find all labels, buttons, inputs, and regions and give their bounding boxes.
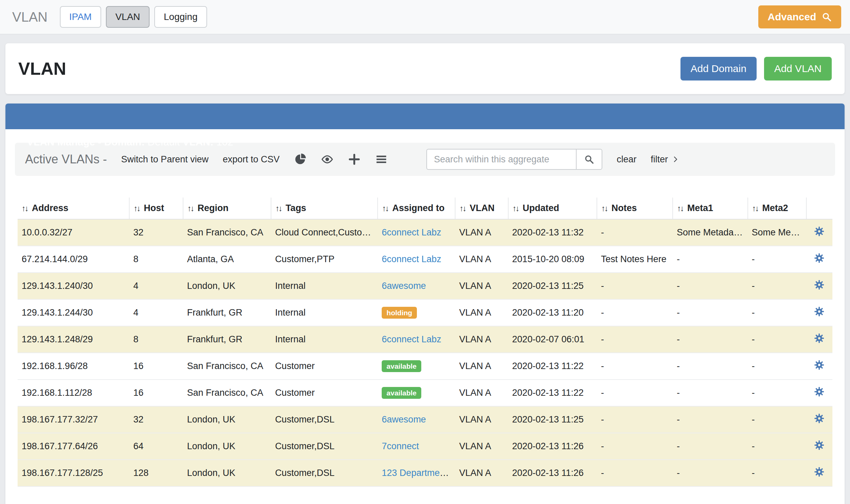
cell-meta2: Some Met…: [748, 219, 807, 246]
chevron-right-icon: [671, 155, 679, 163]
search-button[interactable]: [576, 149, 602, 170]
add-domain-button[interactable]: Add Domain: [680, 57, 757, 80]
column-header-assigned-to[interactable]: ↑↓Assigned to: [378, 198, 455, 219]
column-label: Assigned to: [392, 203, 445, 213]
sort-icon[interactable]: ↑↓: [460, 204, 466, 213]
column-header-meta1[interactable]: ↑↓Meta1: [673, 198, 748, 219]
cell-updated: 2020-02-07 06:01: [508, 326, 597, 353]
eye-icon[interactable]: [321, 153, 334, 166]
cell-actions: [807, 433, 832, 460]
assigned-to-link[interactable]: 7connect: [382, 441, 419, 451]
cell-updated: 2020-02-13 11:26: [508, 460, 597, 486]
gear-icon[interactable]: [814, 253, 824, 263]
sort-icon[interactable]: ↑↓: [601, 204, 607, 213]
gear-icon[interactable]: [814, 386, 824, 397]
cell-region: San Francisco, CA: [183, 379, 271, 406]
column-label: Meta2: [762, 203, 789, 213]
column-header-meta2[interactable]: ↑↓Meta2: [748, 198, 807, 219]
gear-icon[interactable]: [814, 226, 824, 236]
app-title: VLAN: [12, 10, 48, 25]
cell-tags: Cloud Connect,Customer: [271, 219, 378, 246]
column-header-tags[interactable]: ↑↓Tags: [271, 198, 378, 219]
gear-icon[interactable]: [814, 280, 824, 290]
cell-tags: Customer,DSL: [271, 406, 378, 433]
plus-icon[interactable]: [348, 153, 361, 166]
cell-tags: Internal: [271, 273, 378, 299]
pie-chart-icon[interactable]: [294, 153, 306, 166]
cell-vlan: VLAN A: [455, 433, 508, 460]
cell-updated: 2020-02-13 11:22: [508, 353, 597, 379]
cell-notes: -: [597, 273, 673, 299]
table-row: 198.167.177.128/25 128 London, UK Custom…: [18, 460, 832, 486]
advanced-search-button[interactable]: Advanced: [758, 5, 841, 29]
cell-actions: [807, 406, 832, 433]
sort-icon[interactable]: ↑↓: [22, 204, 28, 213]
cell-tags: Internal: [271, 299, 378, 326]
search-input[interactable]: [426, 149, 576, 170]
cell-tags: Customer,DSL: [271, 433, 378, 460]
gear-icon[interactable]: [814, 440, 824, 450]
nav-tab-ipam[interactable]: IPAM: [60, 6, 101, 28]
nav-tab-vlan[interactable]: VLAN: [106, 6, 149, 28]
hamburger-menu-icon[interactable]: [375, 153, 388, 166]
sort-icon[interactable]: ↑↓: [382, 204, 388, 213]
export-csv-link[interactable]: export to CSV: [223, 154, 280, 165]
gear-icon[interactable]: [814, 360, 824, 370]
cell-vlan: VLAN A: [455, 299, 508, 326]
add-vlan-button[interactable]: Add VLAN: [764, 57, 832, 80]
nav-tab-logging[interactable]: Logging: [154, 6, 207, 28]
cell-updated: 2020-02-13 11:22: [508, 379, 597, 406]
clear-link[interactable]: clear: [617, 154, 637, 165]
column-header-address[interactable]: ↑↓Address: [18, 198, 129, 219]
cell-notes: -: [597, 299, 673, 326]
gear-icon[interactable]: [814, 413, 824, 424]
cell-vlan: VLAN A: [455, 406, 508, 433]
sort-icon[interactable]: ↑↓: [677, 204, 683, 213]
cell-tags: Internal: [271, 326, 378, 353]
cell-assigned-to: 6connect Labz: [378, 246, 455, 273]
cell-vlan: VLAN A: [455, 273, 508, 299]
active-vlans-title: Active VLANs -: [25, 152, 107, 166]
sort-icon[interactable]: ↑↓: [513, 204, 519, 213]
column-header-region[interactable]: ↑↓Region: [183, 198, 271, 219]
vlan-table-wrap: ↑↓Address↑↓Host↑↓Region↑↓Tags↑↓Assigned …: [15, 198, 835, 487]
page-header: VLAN Add Domain Add VLAN: [5, 43, 845, 94]
gear-icon[interactable]: [814, 333, 824, 343]
column-header-actions: [807, 198, 832, 219]
search-area: [426, 149, 602, 170]
assigned-to-link[interactable]: 6connect Labz: [382, 254, 441, 264]
cell-meta2: -: [748, 433, 807, 460]
cell-actions: [807, 246, 832, 273]
column-header-updated[interactable]: ↑↓Updated: [508, 198, 597, 219]
cell-tags: Customer,DSL: [271, 460, 378, 486]
table-row: 129.143.1.244/30 4 Frankfurt, GR Interna…: [18, 299, 832, 326]
gear-icon[interactable]: [814, 306, 824, 317]
cell-meta1: -: [673, 246, 748, 273]
switch-parent-view-link[interactable]: Switch to Parent view: [121, 154, 209, 165]
assigned-to-link[interactable]: 6connect Labz: [382, 334, 441, 344]
column-header-vlan[interactable]: ↑↓VLAN: [455, 198, 508, 219]
assigned-to-link[interactable]: 6connect Labz: [382, 227, 441, 237]
assigned-to-link[interactable]: 6awesome: [382, 281, 426, 291]
cell-region: Atlanta, GA: [183, 246, 271, 273]
table-row: 192.168.1.96/28 16 San Francisco, CA Cus…: [18, 353, 832, 379]
sort-icon[interactable]: ↑↓: [276, 204, 282, 213]
cell-meta2: -: [748, 406, 807, 433]
nav-tabs: IPAMVLANLogging: [60, 6, 207, 28]
panel-title-domain-value: Default: [147, 136, 182, 147]
sort-icon[interactable]: ↑↓: [134, 204, 140, 213]
column-header-notes[interactable]: ↑↓Notes: [597, 198, 673, 219]
assigned-to-link[interactable]: 6awesome: [382, 414, 426, 425]
sort-icon[interactable]: ↑↓: [752, 204, 758, 213]
sort-icon[interactable]: ↑↓: [188, 204, 194, 213]
gear-icon[interactable]: [814, 467, 824, 477]
cell-region: London, UK: [183, 460, 271, 486]
assigned-to-link[interactable]: 123 Department…: [382, 468, 455, 478]
cell-assigned-to: available: [378, 353, 455, 379]
column-header-host[interactable]: ↑↓Host: [129, 198, 183, 219]
panel-title-manage-label: VLAN Manage - Domain:: [27, 136, 147, 147]
cell-meta2: -: [748, 326, 807, 353]
filter-link[interactable]: filter: [651, 154, 679, 165]
cell-address: 67.214.144.0/29: [18, 246, 129, 273]
page-title: VLAN: [18, 58, 66, 79]
